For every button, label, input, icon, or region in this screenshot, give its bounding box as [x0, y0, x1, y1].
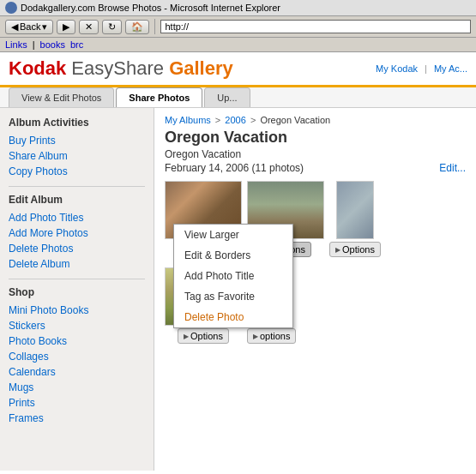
kodak-logo: Kodak EasyShare Gallery [9, 57, 233, 80]
breadcrumb-sep1: > [215, 115, 223, 125]
options-arrow-3: ▶ [335, 246, 340, 254]
address-input[interactable] [160, 20, 471, 33]
menu-view-larger[interactable]: View Larger [174, 225, 292, 245]
dropdown-icon: ▾ [42, 21, 47, 33]
photo-options-5[interactable]: ▶ options [247, 328, 296, 344]
options-arrow-4: ▶ [184, 333, 189, 340]
sidebar-copy-photos[interactable]: Copy Photos [9, 164, 145, 179]
sidebar-photo-books[interactable]: Photo Books [9, 333, 145, 349]
menu-delete-photo[interactable]: Delete Photo [174, 307, 292, 327]
kodak-header: Kodak EasyShare Gallery My Kodak | My Ac… [0, 52, 476, 87]
kodak-red-text: Kodak [9, 57, 66, 79]
album-date-row: February 14, 2006 (11 photos) Edit... [165, 162, 466, 174]
tab-share[interactable]: Share Photos [116, 87, 202, 107]
album-date: February 14, 2006 (11 photos) [165, 162, 304, 174]
sidebar-divider-2 [9, 279, 145, 279]
breadcrumb-sep2: > [250, 115, 258, 125]
main-layout: Album Activities Buy Prints Share Album … [0, 108, 476, 471]
sidebar-share-album[interactable]: Share Album [9, 148, 145, 164]
my-kodak-link[interactable]: My Kodak [376, 63, 418, 74]
context-menu: View Larger Edit & Borders Add Photo Tit… [173, 224, 293, 328]
options-label-4: Options [190, 331, 223, 341]
sidebar: Album Activities Buy Prints Share Album … [0, 108, 154, 471]
options-label-5: options [260, 331, 290, 341]
share-text: Share [113, 57, 164, 79]
nav-tabs: View & Edit Photos Share Photos Up... [0, 87, 476, 108]
photo-item-3: ▶ Options [329, 181, 381, 257]
my-account-link[interactable]: My Ac... [434, 63, 467, 74]
options-label-3: Options [342, 244, 375, 255]
sidebar-buy-prints[interactable]: Buy Prints [9, 133, 145, 148]
browser-titlebar: Dodakgallery.com Browse Photos - Microso… [0, 0, 476, 16]
links-bar: Links | books brc [0, 38, 476, 52]
photo-thumb-3[interactable] [336, 181, 374, 239]
sidebar-frames[interactable]: Frames [9, 411, 145, 426]
sidebar-delete-album[interactable]: Delete Album [9, 256, 145, 272]
breadcrumb: My Albums > 2006 > Oregon Vacation [165, 115, 466, 125]
content-area: My Albums > 2006 > Oregon Vacation Orego… [154, 108, 476, 471]
album-title: Oregon Vacation [165, 129, 466, 147]
back-arrow-icon: ◀ [11, 21, 18, 33]
home-button[interactable]: 🏠 [125, 20, 149, 34]
album-edit-link[interactable]: Edit... [439, 162, 466, 174]
links-label[interactable]: Links [5, 39, 27, 50]
sidebar-collages[interactable]: Collages [9, 349, 145, 364]
tab-view-edit[interactable]: View & Edit Photos [9, 87, 114, 107]
separator [154, 19, 155, 34]
links-sep: | [33, 39, 35, 50]
header-sep: | [425, 63, 427, 74]
sidebar-add-more-photos[interactable]: Add More Photos [9, 225, 145, 241]
menu-add-title[interactable]: Add Photo Title [174, 266, 292, 286]
breadcrumb-my-albums[interactable]: My Albums [165, 115, 211, 125]
photo-options-3[interactable]: ▶ Options [329, 242, 381, 257]
tab-upload[interactable]: Up... [204, 87, 250, 107]
sidebar-add-photo-titles[interactable]: Add Photo Titles [9, 210, 145, 225]
sidebar-prints[interactable]: Prints [9, 395, 145, 411]
edit-album-title: Edit Album [9, 194, 145, 206]
browser-title: Dodakgallery.com Browse Photos - Microso… [21, 3, 280, 13]
album-activities-title: Album Activities [9, 117, 145, 129]
forward-button[interactable]: ▶ [57, 20, 75, 34]
sidebar-stickers[interactable]: Stickers [9, 318, 145, 333]
breadcrumb-album: Oregon Vacation [260, 115, 330, 125]
sidebar-mugs[interactable]: Mugs [9, 380, 145, 395]
stop-button[interactable]: ✕ [79, 20, 99, 34]
header-links: My Kodak | My Ac... [376, 63, 467, 74]
sidebar-divider-1 [9, 186, 145, 187]
menu-edit-borders[interactable]: Edit & Borders [174, 245, 292, 266]
back-button[interactable]: ◀ Back ▾ [5, 20, 53, 34]
sidebar-delete-photos[interactable]: Delete Photos [9, 241, 145, 256]
options-arrow-5: ▶ [253, 333, 258, 340]
album-description: Oregon Vacation [165, 148, 466, 160]
easy-text: Easy [66, 57, 113, 79]
sidebar-mini-photo-books[interactable]: Mini Photo Books [9, 303, 145, 318]
photo-options-4[interactable]: ▶ Options [178, 328, 229, 344]
breadcrumb-year[interactable]: 2006 [225, 115, 245, 125]
browser-toolbar: ◀ Back ▾ ▶ ✕ ↻ 🏠 [0, 16, 476, 38]
brc-link[interactable]: brc [70, 39, 83, 50]
shop-title: Shop [9, 286, 145, 298]
books-link[interactable]: books [40, 39, 65, 50]
refresh-button[interactable]: ↻ [102, 20, 122, 34]
gallery-text: Gallery [169, 57, 233, 79]
browser-icon [5, 2, 17, 14]
photos-grid: ▶ Options ▶ Options ▶ Options [165, 181, 466, 344]
sidebar-calendars[interactable]: Calendars [9, 364, 145, 380]
menu-tag-favorite[interactable]: Tag as Favorite [174, 286, 292, 307]
